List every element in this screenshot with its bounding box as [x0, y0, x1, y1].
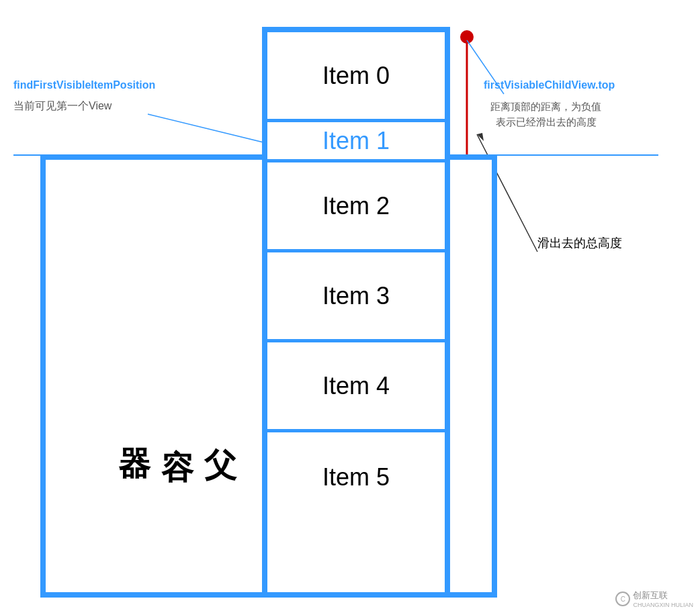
logo: C 创新互联 CHUANGXIN HULIAN	[615, 589, 693, 608]
current-first-view-label: 当前可见第一个View	[13, 99, 112, 113]
logo-text: 创新互联 CHUANGXIN HULIAN	[633, 589, 693, 608]
find-first-visible-label: findFirstVisibleItemPosition	[13, 79, 155, 91]
total-height-label: 滑出去的总高度	[537, 235, 622, 251]
list-item-3: Item 3	[267, 252, 445, 342]
list-item-5: Item 5	[267, 432, 445, 522]
distance-desc-label: 距离顶部的距离，为负值 表示已经滑出去的高度	[490, 99, 601, 130]
list-item-1: Item 1	[267, 122, 445, 162]
list-item-4: Item 4	[267, 342, 445, 432]
list-container: Item 0 Item 1 Item 2 Item 3 Item 4 Item …	[262, 27, 450, 598]
list-item-0: Item 0	[267, 32, 445, 122]
svg-point-1	[460, 30, 474, 44]
logo-icon: C	[615, 592, 630, 606]
list-item-2: Item 2	[267, 162, 445, 252]
parent-container-label: 父容器	[113, 422, 242, 428]
svg-marker-9	[477, 133, 484, 141]
first-visible-child-top-label: firstVisiableChildView.top	[484, 79, 615, 91]
